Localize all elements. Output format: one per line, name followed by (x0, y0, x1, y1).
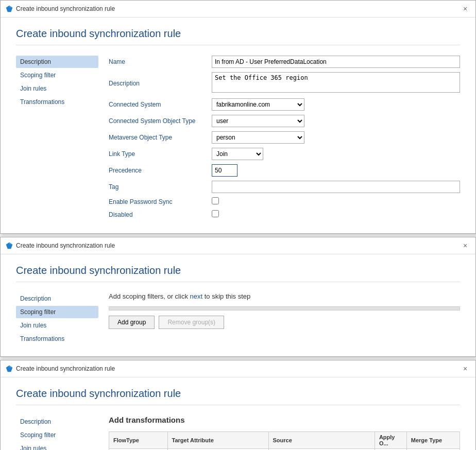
input-name[interactable] (212, 56, 460, 68)
form-row-connected-system: Connected System fabrikamonline.com (109, 98, 460, 111)
sidebar-item-scoping-1[interactable]: Scoping filter (16, 69, 98, 81)
scoping-button-row: Add group Remove group(s) (109, 316, 460, 329)
transform-area: Add transformations FlowType Target Attr… (109, 416, 460, 450)
filter-bar-container (109, 306, 460, 310)
control-link-type: Join (212, 148, 460, 160)
close-button-3[interactable]: × (460, 364, 470, 374)
title-bar-1: Create inbound synchronization rule × (1, 1, 475, 18)
sidebar-item-description-1[interactable]: Description (16, 56, 98, 68)
sidebar-item-scoping-3[interactable]: Scoping filter (16, 429, 98, 441)
label-link-type: Link Type (109, 150, 212, 158)
window-2-heading: Create inbound synchronization rule (16, 265, 460, 282)
col-merge: Merge Type (406, 432, 460, 449)
window-1-content: Create inbound synchronization rule Desc… (1, 18, 475, 233)
window-3-content: Create inbound synchronization rule Desc… (1, 377, 475, 450)
col-apply: Apply O... (375, 432, 406, 449)
sidebar-item-transformations-1[interactable]: Transformations (16, 96, 98, 108)
window-3-heading: Create inbound synchronization rule (16, 388, 460, 405)
window-3: Create inbound synchronization rule × Cr… (0, 360, 476, 450)
title-bar-text-1: Create inbound synchronization rule (16, 5, 457, 12)
form-row-tag: Tag (109, 181, 460, 193)
sidebar-3: Description Scoping filter Join rules Tr… (16, 416, 98, 450)
input-tag[interactable] (212, 181, 460, 193)
label-password-sync: Enable Password Sync (109, 198, 212, 205)
label-connected-system: Connected System (109, 101, 212, 108)
sidebar-item-join-3[interactable]: Join rules (16, 442, 98, 450)
window-2-layout: Description Scoping filter Join rules Tr… (16, 292, 460, 346)
close-button-2[interactable]: × (460, 240, 470, 251)
select-connected-system[interactable]: fabrikamonline.com (212, 98, 304, 111)
title-bar-3: Create inbound synchronization rule × (1, 360, 475, 377)
scoping-instruction: Add scoping filters, or click next to sk… (109, 292, 460, 300)
filter-bar (109, 306, 460, 310)
control-desc: Set the Office 365 region (212, 72, 460, 94)
checkbox-disabled[interactable] (212, 210, 219, 217)
form-row-metaverse-type: Metaverse Object Type person (109, 131, 460, 144)
control-tag (212, 181, 460, 193)
table-header-row: FlowType Target Attribute Source Apply O… (109, 432, 460, 449)
control-name (212, 56, 460, 68)
sidebar-1: Description Scoping filter Join rules Tr… (16, 56, 98, 223)
title-bar-2: Create inbound synchronization rule × (1, 237, 475, 254)
next-link[interactable]: next (190, 292, 203, 300)
checkbox-password-sync[interactable] (212, 197, 219, 204)
label-metaverse-type: Metaverse Object Type (109, 134, 212, 141)
window-1-heading: Create inbound synchronization rule (16, 28, 460, 45)
form-row-object-type: Connected System Object Type user (109, 115, 460, 127)
form-row-precedence: Precedence (109, 164, 460, 177)
title-bar-text-3: Create inbound synchronization rule (16, 365, 457, 372)
window-3-layout: Description Scoping filter Join rules Tr… (16, 416, 460, 450)
control-object-type: user (212, 115, 460, 127)
textarea-desc[interactable]: Set the Office 365 region (212, 72, 460, 93)
gem-icon-2 (6, 242, 13, 249)
gem-icon-1 (6, 5, 13, 12)
input-precedence[interactable] (212, 164, 237, 177)
label-desc: Description (109, 80, 212, 87)
close-button-1[interactable]: × (460, 4, 470, 14)
sidebar-item-description-3[interactable]: Description (16, 416, 98, 428)
control-connected-system: fabrikamonline.com (212, 98, 460, 111)
window-2-content: Create inbound synchronization rule Desc… (1, 254, 475, 356)
control-precedence (212, 164, 460, 177)
col-flowtype: FlowType (109, 432, 168, 449)
add-group-button[interactable]: Add group (109, 316, 155, 329)
form-row-password-sync: Enable Password Sync (109, 197, 460, 206)
sidebar-item-scoping-2[interactable]: Scoping filter (16, 306, 98, 318)
control-disabled (212, 210, 460, 219)
window-1: Create inbound synchronization rule × Cr… (0, 0, 476, 234)
title-bar-text-2: Create inbound synchronization rule (16, 242, 457, 249)
sidebar-item-transformations-2[interactable]: Transformations (16, 333, 98, 345)
label-disabled: Disabled (109, 211, 212, 218)
sidebar-item-join-1[interactable]: Join rules (16, 82, 98, 95)
form-row-link-type: Link Type Join (109, 148, 460, 160)
form-row-desc: Description Set the Office 365 region (109, 72, 460, 94)
transform-section-title: Add transformations (109, 416, 460, 424)
label-precedence: Precedence (109, 167, 212, 174)
sidebar-2: Description Scoping filter Join rules Tr… (16, 292, 98, 346)
form-area-1: Name Description Set the Office 365 regi… (109, 56, 460, 223)
col-target: Target Attribute (167, 432, 268, 449)
col-source: Source (268, 432, 375, 449)
control-password-sync (212, 197, 460, 206)
label-name: Name (109, 58, 212, 65)
select-object-type[interactable]: user (212, 115, 304, 127)
sidebar-item-join-2[interactable]: Join rules (16, 319, 98, 332)
transform-table: FlowType Target Attribute Source Apply O… (109, 431, 460, 450)
form-row-disabled: Disabled (109, 210, 460, 219)
label-object-type: Connected System Object Type (109, 117, 212, 125)
sidebar-item-description-2[interactable]: Description (16, 292, 98, 305)
window-1-layout: Description Scoping filter Join rules Tr… (16, 56, 460, 223)
select-metaverse-type[interactable]: person (212, 131, 304, 144)
scoping-area: Add scoping filters, or click next to sk… (109, 292, 460, 346)
select-link-type[interactable]: Join (212, 148, 263, 160)
gem-icon-3 (6, 365, 13, 372)
window-2: Create inbound synchronization rule × Cr… (0, 237, 476, 357)
control-metaverse-type: person (212, 131, 460, 144)
form-row-name: Name (109, 56, 460, 68)
remove-groups-button[interactable]: Remove group(s) (159, 316, 224, 329)
label-tag: Tag (109, 183, 212, 191)
